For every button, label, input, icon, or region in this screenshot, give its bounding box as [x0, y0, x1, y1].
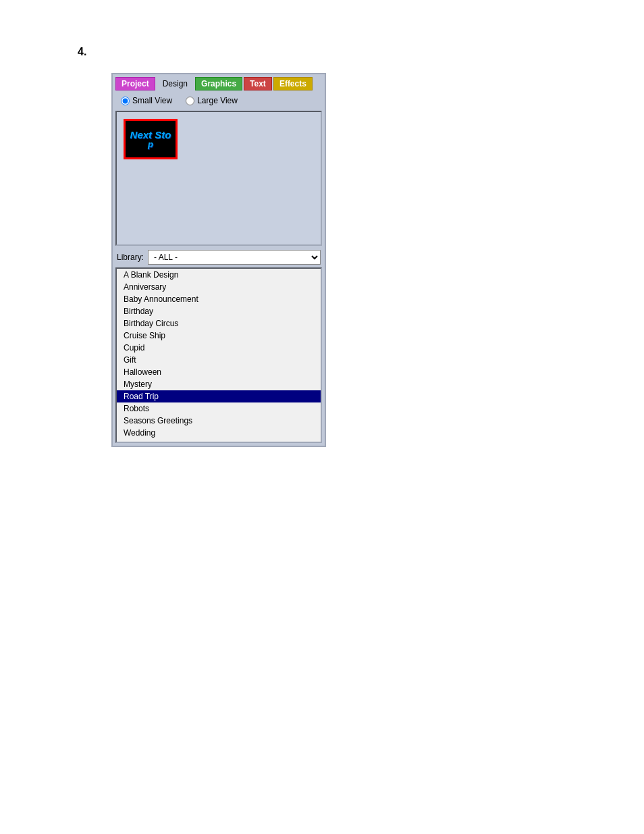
list-item-cupid[interactable]: Cupid — [117, 342, 321, 354]
list-item-birthday[interactable]: Birthday — [117, 305, 321, 317]
list-item-baby[interactable]: Baby Announcement — [117, 293, 321, 305]
large-view-option[interactable]: Large View — [186, 96, 238, 105]
list-item-blank[interactable]: A Blank Design — [117, 269, 321, 281]
list-item-robots[interactable]: Robots — [117, 402, 321, 415]
design-list: A Blank DesignAnniversaryBaby Announceme… — [115, 267, 322, 443]
list-item-anniversary[interactable]: Anniversary — [117, 281, 321, 293]
small-view-radio[interactable] — [121, 97, 130, 105]
large-view-label: Large View — [197, 96, 238, 105]
list-item-road-trip[interactable]: Road Trip — [117, 390, 321, 402]
list-item-seasons[interactable]: Seasons Greetings — [117, 415, 321, 427]
library-select[interactable]: - ALL - — [148, 250, 321, 265]
thumbnail-road-trip[interactable]: Next Stop — [124, 119, 178, 159]
list-item-cruise[interactable]: Cruise Ship — [117, 330, 321, 342]
list-item-mystery[interactable]: Mystery — [117, 378, 321, 390]
large-view-radio[interactable] — [186, 97, 194, 105]
thumbnail-text: Next Stop — [130, 130, 171, 149]
small-view-option[interactable]: Small View — [121, 96, 172, 105]
list-item-halloween[interactable]: Halloween — [117, 366, 321, 378]
thumbnail-area: Next Stop — [115, 111, 322, 246]
list-item-birthday-circus[interactable]: Birthday Circus — [117, 317, 321, 330]
menubar: Project Design Graphics Text Effects — [115, 77, 322, 90]
library-label: Library: — [117, 253, 144, 262]
library-row: Library: - ALL - — [115, 250, 322, 265]
menu-graphics[interactable]: Graphics — [195, 77, 242, 90]
step-number: 4. — [78, 46, 86, 58]
main-window: Project Design Graphics Text Effects Sma… — [111, 73, 326, 447]
list-item-gift[interactable]: Gift — [117, 354, 321, 366]
menu-design[interactable]: Design — [157, 77, 194, 90]
menu-effects[interactable]: Effects — [273, 77, 313, 90]
list-item-wedding[interactable]: Wedding — [117, 427, 321, 439]
view-options-row: Small View Large View — [115, 93, 322, 108]
menu-project[interactable]: Project — [115, 77, 155, 90]
small-view-label: Small View — [132, 96, 172, 105]
menu-text[interactable]: Text — [244, 77, 272, 90]
